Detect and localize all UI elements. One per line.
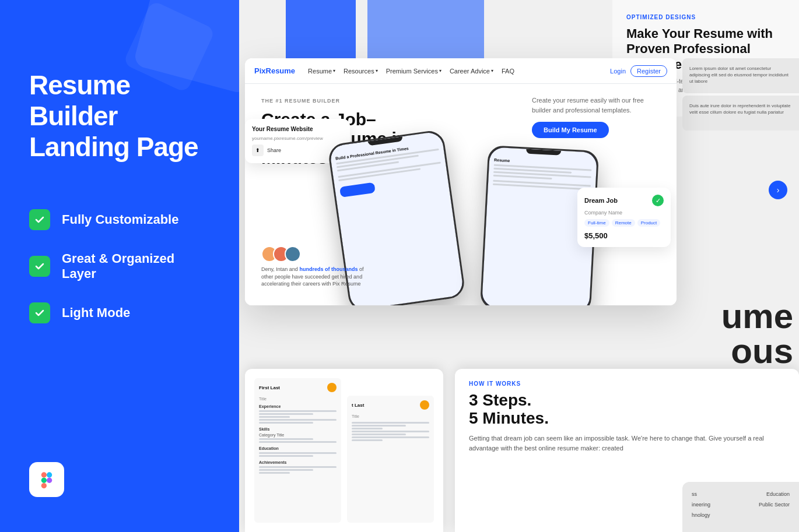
nav-register[interactable]: Register [630, 65, 667, 77]
dream-job-company: Company Name [584, 210, 664, 216]
dream-job-check: ✓ [652, 195, 664, 206]
side-card-2: Duis aute irure dolor in reprehenderit i… [682, 96, 799, 131]
cat-row-2: ineering Public Sector [692, 502, 790, 508]
svg-rect-0 [41, 472, 47, 477]
side-card-1: Lorem ipsum dolor sit amet consectetur a… [682, 58, 799, 93]
nav-arrow[interactable]: › [769, 181, 787, 199]
phone-right-notch [526, 149, 561, 156]
check-badge-organized [29, 256, 50, 277]
cat-row-3: hnology [692, 512, 790, 518]
side-card-text-1: Lorem ipsum dolor sit amet consectetur a… [689, 65, 792, 85]
nav-link-faq[interactable]: FAQ [502, 68, 514, 75]
browser-navbar: PixResume Resume ▾ Resources ▾ Premium S… [245, 58, 677, 84]
nav-login[interactable]: Login [610, 68, 626, 75]
nav-logo-suffix: Resume [266, 66, 296, 75]
hiw-body-text: Getting that dream job can seem like an … [469, 434, 785, 454]
right-side-cards: Lorem ipsum dolor sit amet consectetur a… [682, 58, 799, 133]
svg-point-4 [47, 478, 52, 483]
cat-item-1: ss [692, 491, 697, 497]
feature-item-organized: Great & Organized Layer [29, 251, 210, 281]
cat-item-5: hnology [692, 512, 710, 518]
svg-rect-1 [47, 472, 52, 477]
optimized-eyebrow: OPTIMIZED DESIGNS [626, 14, 785, 20]
big-text-overlay: ume ous [721, 299, 793, 369]
left-panel: Resume BuilderLanding Page Fully Customi… [0, 0, 239, 532]
job-tags: Full-time Remote Product [584, 219, 664, 227]
template-badge-1 [327, 383, 337, 392]
templates-preview: First Last Title Experience Skills Categ… [245, 369, 443, 532]
cat-item-3: ineering [692, 502, 710, 508]
template-section-edu: Education [259, 446, 337, 450]
resume-card-url: yourname.pixresume.com/preview [252, 136, 343, 141]
hero-subtitle: Create your resume easily with our free … [532, 96, 660, 115]
page-title: Resume BuilderLanding Page [29, 70, 210, 163]
dream-job-card: Dream Job ✓ Company Name Full-time Remot… [577, 188, 671, 247]
hiw-eyebrow: HOW IT WORKS [469, 380, 785, 387]
figma-logo [37, 470, 56, 489]
dream-job-title: Dream Job [584, 197, 618, 204]
hiw-title: 3 Steps.5 Minutes. [469, 392, 785, 428]
template-badge-2 [420, 400, 429, 410]
template-role-1: Title [259, 397, 337, 401]
check-badge-customizable [29, 209, 50, 230]
figma-badge [29, 462, 64, 497]
feature-item-customizable: Fully Customizable [29, 209, 210, 230]
check-icon [34, 214, 45, 225]
phones-container: Build a Professional Resume in Times [338, 131, 595, 305]
feature-label-lightmode: Light Mode [62, 305, 130, 320]
social-proof: Deny, Intan and hundreds of thousands of… [261, 246, 366, 288]
nav-link-resume[interactable]: Resume ▾ [308, 68, 335, 75]
nav-links: Resume ▾ Resources ▾ Premium Services ▾ … [308, 68, 603, 75]
nav-link-resources[interactable]: Resources ▾ [344, 68, 378, 75]
nav-link-premium[interactable]: Premium Services ▾ [386, 68, 441, 75]
big-text-line1: ume [721, 299, 793, 334]
browser-mockup: PixResume Resume ▾ Resources ▾ Premium S… [245, 58, 677, 305]
feature-item-lightmode: Light Mode [29, 302, 210, 323]
template-lines-2: Category Title [259, 433, 337, 443]
template-role-2: Title [352, 414, 429, 418]
cat-item-4: Public Sector [759, 502, 790, 508]
template-card-1: First Last Title Experience Skills Categ… [254, 378, 341, 523]
nav-right: Login Register [610, 65, 667, 77]
job-tag-product: Product [637, 219, 661, 227]
template-lines-1 [259, 410, 337, 424]
template-name-1: First Last [259, 385, 280, 390]
nav-logo: PixResume [254, 66, 295, 75]
check-icon-2 [34, 261, 45, 272]
feature-label-organized: Great & Organized Layer [62, 251, 210, 281]
nav-logo-prefix: Pix [254, 66, 266, 75]
avatar-3 [285, 246, 301, 262]
features-list: Fully Customizable Great & Organized Lay… [29, 209, 210, 323]
template-section-1: Experience [259, 404, 337, 408]
template-card-2: t Last Title [347, 396, 434, 523]
cat-row-1: ss Education [692, 491, 790, 497]
nav-link-career[interactable]: Career Advice ▾ [450, 68, 493, 75]
avatars-row [261, 246, 366, 262]
big-text-line2: ous [721, 334, 793, 369]
job-tag-remote: Remote [612, 219, 635, 227]
template-lines-3 [352, 422, 429, 441]
social-proof-text: Deny, Intan and hundreds of thousands of… [261, 266, 366, 288]
right-panel: OPTIMIZED DESIGNS Make Your Resume with … [239, 0, 799, 532]
share-label: Share [267, 147, 281, 153]
template-name-2: t Last [352, 403, 364, 408]
check-icon-3 [34, 308, 45, 318]
cat-item-2: Education [766, 491, 790, 497]
dream-job-header: Dream Job ✓ [584, 195, 664, 206]
check-badge-lightmode [29, 302, 50, 323]
feature-label-customizable: Fully Customizable [62, 212, 178, 227]
side-card-text-2: Duis aute irure dolor in reprehenderit i… [689, 103, 792, 115]
categories-panel: ss Education ineering Public Sector hnol… [682, 482, 799, 532]
svg-rect-3 [41, 483, 47, 488]
resume-card-title: Your Resume Website [252, 126, 343, 132]
share-icon[interactable]: ⬆ [252, 145, 264, 156]
browser-hero: THE #1 RESUME BUILDER Create a Job–Ready… [245, 84, 677, 305]
phone-cta [339, 182, 376, 198]
template-section-2: Skills [259, 427, 337, 431]
job-tag-fulltime: Full-time [584, 219, 609, 227]
svg-rect-2 [41, 478, 47, 483]
job-salary: $5,500 [584, 231, 664, 240]
